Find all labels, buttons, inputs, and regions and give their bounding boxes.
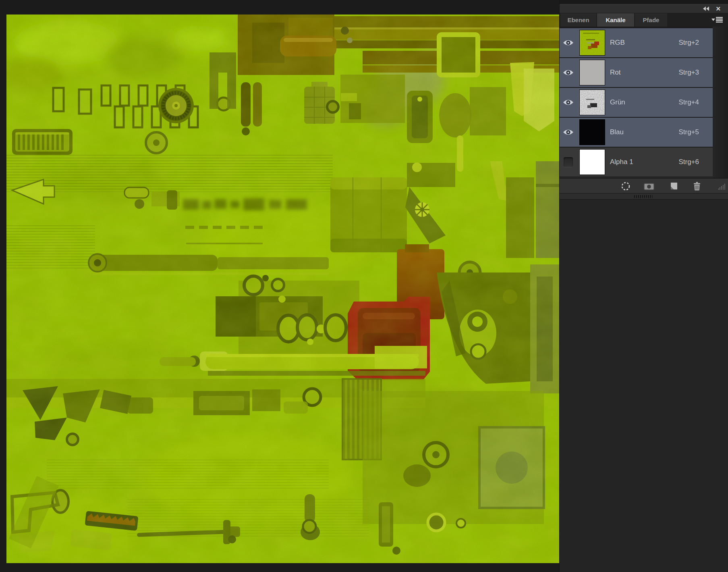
channel-row-rgb[interactable]: RGB Strg+2 <box>560 28 713 57</box>
close-panel-button[interactable]: ✕ <box>716 6 721 12</box>
dashed-circle-icon <box>621 181 631 191</box>
channel-row-alpha1[interactable]: Alpha 1 Strg+6 <box>560 148 713 177</box>
panel-bottom-divider <box>560 193 728 200</box>
eye-icon <box>563 99 574 106</box>
canvas-image <box>6 15 559 563</box>
channel-name: Alpha 1 <box>610 158 633 166</box>
panel-drag-handle[interactable] <box>634 195 653 198</box>
panel-tab-bar: Ebenen Kanäle Pfade <box>560 13 728 27</box>
channel-thumbnail <box>579 89 605 115</box>
delete-channel-button[interactable] <box>692 181 702 191</box>
panel-title-bar: ✕ <box>560 4 728 13</box>
tab-pfade[interactable]: Pfade <box>635 13 667 27</box>
channel-name: Grün <box>610 98 625 106</box>
channels-panel: ✕ Ebenen Kanäle Pfade <box>559 0 728 572</box>
eye-icon <box>563 39 574 46</box>
eye-icon <box>563 129 574 136</box>
list-right-gutter <box>713 27 728 179</box>
channel-shortcut: Strg+5 <box>678 128 699 136</box>
channel-list: RGB Strg+2 Rot Strg+3 <box>560 27 713 177</box>
visibility-toggle[interactable] <box>560 129 577 136</box>
eye-icon <box>563 69 574 76</box>
collapse-panel-icon[interactable] <box>703 6 709 11</box>
load-channel-as-selection-button[interactable] <box>620 181 631 191</box>
application-window: ✕ Ebenen Kanäle Pfade <box>0 0 728 572</box>
visibility-toggle[interactable] <box>560 157 577 167</box>
save-selection-as-channel-button[interactable] <box>644 181 654 191</box>
visibility-toggle[interactable] <box>560 69 577 76</box>
panel-resize-grip[interactable] <box>718 184 726 192</box>
channel-name: RGB <box>610 39 625 47</box>
mask-icon <box>644 182 654 191</box>
channel-thumbnail <box>579 149 605 175</box>
panel-footer-toolbar <box>560 178 728 193</box>
empty-visibility-well <box>564 157 573 167</box>
document-canvas[interactable] <box>6 15 559 563</box>
channel-shortcut: Strg+2 <box>678 39 699 47</box>
channel-row-blau[interactable]: Blau Strg+5 <box>560 118 713 147</box>
channel-shortcut: Strg+3 <box>678 69 699 77</box>
channel-thumbnail <box>579 30 605 56</box>
panel-menu-icon[interactable] <box>711 17 723 24</box>
tab-kanaele[interactable]: Kanäle <box>597 13 634 27</box>
channel-shortcut: Strg+4 <box>678 98 699 106</box>
channel-row-rot[interactable]: Rot Strg+3 <box>560 58 713 87</box>
channel-thumbnail <box>579 119 605 145</box>
channel-name: Rot <box>610 69 620 77</box>
visibility-toggle[interactable] <box>560 99 577 106</box>
channel-row-gruen[interactable]: Grün Strg+4 <box>560 88 713 117</box>
tab-ebenen[interactable]: Ebenen <box>560 13 596 27</box>
new-page-icon <box>670 182 678 190</box>
visibility-toggle[interactable] <box>560 39 577 46</box>
channel-thumbnail <box>579 60 605 85</box>
trash-icon <box>693 182 701 191</box>
new-channel-button[interactable] <box>669 181 679 191</box>
panel-top-gap <box>560 0 728 4</box>
channel-shortcut: Strg+6 <box>678 158 699 166</box>
channel-name: Blau <box>610 128 624 136</box>
channels-panel-body: RGB Strg+2 Rot Strg+3 <box>560 27 728 200</box>
